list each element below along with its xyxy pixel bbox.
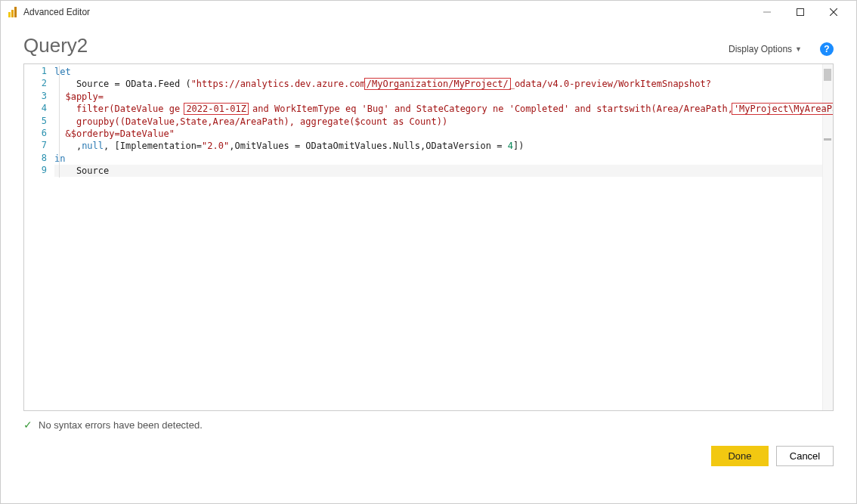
line-number: 3 — [24, 91, 54, 103]
cancel-button[interactable]: Cancel — [776, 446, 834, 466]
line-number: 9 — [24, 165, 54, 177]
svg-rect-0 — [8, 12, 11, 17]
code-line: &$orderby=DateValue" — [54, 128, 833, 140]
close-button[interactable] — [817, 2, 850, 23]
line-number: 2 — [24, 78, 54, 90]
header: Query2 Display Options ▼ ? — [1, 23, 856, 63]
maximize-button[interactable] — [784, 2, 817, 23]
footer: Done Cancel — [1, 431, 856, 478]
query-title: Query2 — [23, 34, 88, 57]
code-editor[interactable]: 1 2 3 4 5 6 7 8 9 let Source = OData.Fee… — [23, 63, 834, 411]
line-number: 6 — [24, 128, 54, 140]
highlight-areapath: 'MyProject\MyAreaPath'))/ — [732, 103, 833, 115]
titlebar: Advanced Editor — [1, 1, 856, 23]
highlight-org-project: /MyOrganization/MyProject/ — [364, 78, 511, 90]
code-line: in — [54, 153, 833, 165]
display-options-label: Display Options — [729, 44, 792, 54]
line-number: 5 — [24, 116, 54, 128]
status-message: No syntax errors have been detected. — [39, 419, 203, 431]
svg-rect-4 — [797, 9, 804, 16]
power-bi-logo-icon — [8, 7, 17, 17]
code-line: Source = OData.Feed ("https://analytics.… — [54, 78, 833, 90]
highlight-date: 2022-01-01Z — [184, 103, 248, 115]
line-number: 7 — [24, 140, 54, 152]
display-options-dropdown[interactable]: Display Options ▼ — [729, 44, 802, 54]
line-number-gutter: 1 2 3 4 5 6 7 8 9 — [24, 64, 54, 410]
code-line: filter(DateValue ge 2022-01-01Z and Work… — [54, 103, 833, 115]
advanced-editor-window: Advanced Editor Query2 Display Options ▼… — [0, 0, 857, 504]
code-line: groupby((DateValue,State,Area/AreaPath),… — [54, 116, 833, 128]
window-title: Advanced Editor — [23, 7, 90, 17]
code-line: $apply= — [54, 91, 833, 103]
code-line: let — [54, 66, 833, 78]
line-number: 4 — [24, 103, 54, 115]
code-line: Source — [54, 165, 833, 177]
code-line: ,null, [Implementation="2.0",OmitValues … — [54, 140, 833, 152]
svg-rect-1 — [11, 10, 14, 17]
code-area[interactable]: let Source = OData.Feed ("https://analyt… — [54, 64, 833, 410]
line-number: 8 — [24, 153, 54, 165]
status-bar: ✓ No syntax errors have been detected. — [1, 411, 856, 431]
minimize-button[interactable] — [750, 2, 784, 23]
done-button[interactable]: Done — [711, 446, 769, 466]
check-icon: ✓ — [23, 419, 32, 431]
chevron-down-icon: ▼ — [795, 45, 802, 53]
svg-rect-2 — [14, 7, 17, 17]
help-icon[interactable]: ? — [820, 42, 834, 56]
line-number: 1 — [24, 66, 54, 78]
